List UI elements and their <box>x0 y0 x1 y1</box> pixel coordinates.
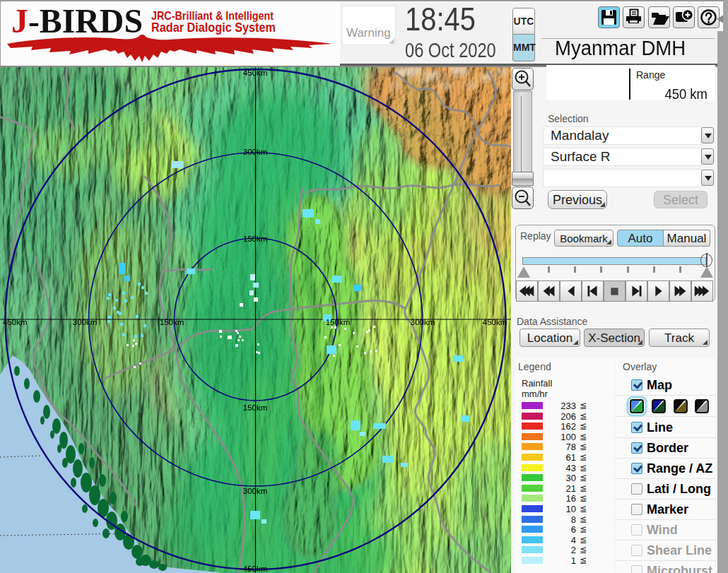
svg-text:300km: 300km <box>243 487 268 495</box>
svg-text:150km: 150km <box>160 318 184 326</box>
svg-text:450km: 450km <box>243 69 268 77</box>
svg-text:J-BIRDS: J-BIRDS <box>11 1 143 40</box>
svg-text:450km: 450km <box>483 318 507 326</box>
svg-text:450km: 450km <box>243 565 268 573</box>
svg-text:Radar Dialogic System: Radar Dialogic System <box>151 20 276 35</box>
svg-text:300km: 300km <box>411 318 435 326</box>
svg-text:150km: 150km <box>243 235 268 243</box>
svg-text:150km: 150km <box>326 318 351 326</box>
svg-text:300km: 300km <box>73 318 98 326</box>
svg-text:300km: 300km <box>243 148 268 156</box>
svg-text:150km: 150km <box>243 403 268 412</box>
svg-text:450km: 450km <box>3 318 28 326</box>
